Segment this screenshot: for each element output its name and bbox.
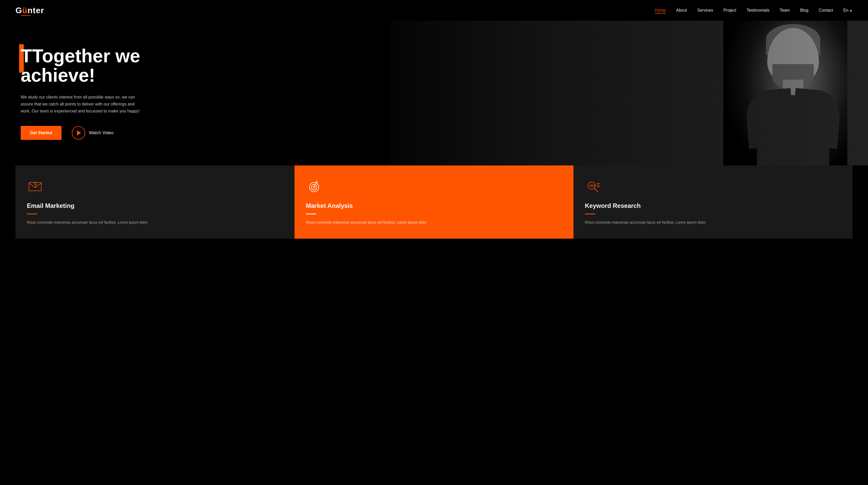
nav-link-blog[interactable]: Blog — [800, 8, 808, 12]
portrait-figure — [754, 28, 832, 166]
nav-item-team[interactable]: Team — [780, 8, 790, 13]
play-circle-icon — [72, 126, 85, 140]
hero-actions: Get Started Watch Video — [21, 126, 145, 140]
services-section: Email Marketing Risus commodo maecenas a… — [0, 166, 868, 254]
chevron-down-icon: ▲ — [849, 8, 852, 12]
target-icon — [306, 178, 322, 195]
nav-link-home[interactable]: Home — [655, 8, 666, 12]
service-divider-keyword — [585, 213, 595, 214]
logo[interactable]: Günter — [16, 6, 44, 15]
hero-title: TTogether we achieve! — [21, 46, 145, 85]
hero-title-line2: achieve! — [21, 65, 95, 86]
svg-line-6 — [594, 188, 598, 192]
svg-text:SEO: SEO — [590, 184, 595, 187]
seo-icon: SEO — [585, 178, 601, 195]
service-title-keyword: Keyword Research — [585, 202, 841, 209]
email-icon — [27, 178, 43, 195]
navbar: Günter Home About Services Project Testi… — [0, 0, 868, 21]
nav-link-services[interactable]: Services — [697, 8, 713, 12]
nav-language[interactable]: En ▲ — [843, 8, 852, 13]
svg-point-1 — [309, 182, 319, 192]
hero-section: TTogether we achieve! We study our clien… — [0, 21, 868, 166]
nav-item-home[interactable]: Home — [655, 8, 666, 13]
hero-content: TTogether we achieve! We study our clien… — [0, 31, 160, 155]
service-card-market-analysis: Market Analysis Risus commodo maecenas a… — [294, 166, 574, 239]
service-divider-market — [306, 213, 316, 214]
svg-point-2 — [311, 184, 317, 190]
nav-item-project[interactable]: Project — [723, 8, 736, 13]
play-triangle-icon — [77, 130, 81, 136]
nav-item-about[interactable]: About — [676, 8, 687, 13]
nav-item-contact[interactable]: Contact — [819, 8, 833, 13]
nav-item-services[interactable]: Services — [697, 8, 713, 13]
service-divider-email — [27, 213, 37, 214]
service-title-email: Email Marketing — [27, 202, 283, 209]
nav-links: Home About Services Project Testimonials… — [655, 8, 852, 13]
service-desc-market: Risus commodo maecenas accumsan lacus ve… — [306, 220, 562, 226]
svg-point-3 — [313, 186, 315, 188]
service-card-keyword-research: SEO Keyword Research Risus commodo maece… — [574, 166, 852, 239]
nav-link-testimonials[interactable]: Testimonials — [747, 8, 769, 12]
nav-link-about[interactable]: About — [676, 8, 687, 12]
nav-link-project[interactable]: Project — [723, 8, 736, 12]
hero-portrait — [723, 21, 847, 166]
services-grid: Email Marketing Risus commodo maecenas a… — [16, 166, 852, 239]
get-started-button[interactable]: Get Started — [21, 126, 61, 140]
hero-title-accent: T — [21, 46, 32, 66]
language-label: En — [843, 8, 848, 13]
watch-video-button[interactable]: Watch Video — [72, 126, 114, 140]
hero-description: We study our clients interest from all p… — [21, 93, 145, 115]
service-desc-email: Risus commodo maecenas accumsan lacus ve… — [27, 220, 283, 226]
nav-item-testimonials[interactable]: Testimonials — [747, 8, 769, 13]
service-card-email-marketing: Email Marketing Risus commodo maecenas a… — [16, 166, 294, 239]
watch-video-label: Watch Video — [89, 130, 114, 136]
nav-link-contact[interactable]: Contact — [819, 8, 833, 12]
service-title-market: Market Analysis — [306, 202, 562, 209]
portrait-body — [757, 95, 829, 166]
nav-item-blog[interactable]: Blog — [800, 8, 808, 13]
nav-link-team[interactable]: Team — [780, 8, 790, 12]
service-desc-keyword: Risus commodo maecenas accumsan lacus ve… — [585, 220, 841, 226]
